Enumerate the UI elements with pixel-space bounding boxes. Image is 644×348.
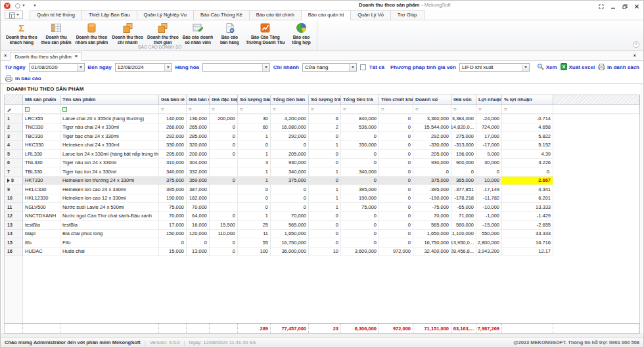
cell[interactable]: -313,000 [451,141,476,150]
cell[interactable]: LRC355 [23,114,60,123]
table-row[interactable]: 4HKC330Heineken chai 24 x 330ml330,00032… [5,141,553,150]
table-row[interactable]: 9HKLC330Heineken lon cao 24 x 330ml395,0… [5,185,553,194]
cell[interactable]: 0 [271,203,309,212]
cell[interactable] [210,159,238,168]
cell[interactable]: 375,000 [159,177,187,186]
column-header-2[interactable]: Tên sản phẩm [60,95,159,105]
ribbon-button-6[interactable]: Báo cáo doanhsố nhân viên [181,20,216,45]
cell[interactable]: 75,000 [341,203,379,212]
table-row[interactable]: 6TNL330Tiger nâu lon 24 x 330ml310,00030… [5,159,553,168]
cell[interactable]: 536,000 [341,123,379,133]
cell[interactable]: 840,000 [341,114,379,123]
cell[interactable]: -330,000 [413,141,451,150]
cell[interactable]: biapl [23,230,60,239]
cell[interactable]: 369,000 [187,177,210,186]
cell[interactable]: 3,943,200 [476,248,502,257]
cell[interactable]: 0 [210,123,238,133]
chevron-down-icon[interactable] [522,64,529,71]
cell[interactable]: Heineken lon cao 24 x 330ml [60,185,159,194]
cell[interactable]: -10,000 [476,203,502,212]
cell[interactable]: 395,000 [341,185,379,194]
cell[interactable]: 136,000 [187,114,210,123]
cell[interactable]: 550,000 [476,230,502,239]
cell[interactable]: 16,750,000 [413,238,451,248]
cell[interactable]: -24,000 [476,114,502,123]
cell[interactable]: 310,000 [159,159,187,168]
cell[interactable]: 0 [379,238,413,248]
chevron-down-icon[interactable] [349,64,356,71]
cell[interactable]: 320,000 [187,141,210,150]
ribbon-button-7[interactable]: Báo cáobán hàng [215,20,244,45]
column-header-3[interactable]: Giá bán lẻ [159,95,187,105]
cell[interactable]: -15,000 [476,221,502,230]
cell[interactable]: 10 [309,248,341,257]
cell[interactable] [210,167,238,177]
cell[interactable]: 15,000 [159,248,187,257]
ribbon-tab-3[interactable]: Quản Lý Nghiệp Vụ [137,10,194,20]
cell[interactable]: 70,000 [271,212,309,221]
cell[interactable]: 9,000 [476,150,502,159]
cell[interactable]: 0 [379,141,413,150]
filter-cell-2[interactable] [60,105,159,114]
cell[interactable]: 32,400,000 [413,248,451,257]
cell[interactable]: 100 [238,248,271,257]
cell[interactable]: 0 [309,221,341,230]
cell[interactable]: Larue lon 24 x 330ml (hàng bật nắp trúng… [60,150,159,159]
cell[interactable]: 0 [341,212,379,221]
cell[interactable]: -1,000 [476,212,502,221]
cell[interactable]: 2.667 [502,177,553,186]
ribbon-button-1[interactable]: ΣDoanh thu theokhách hàng [4,20,39,45]
cell[interactable]: 0 [341,177,379,186]
column-header-12[interactable]: Giá vốn [451,95,476,105]
cell[interactable]: 16,000 [187,221,210,230]
filter-cell-6[interactable]: = [238,105,271,114]
cell[interactable]: 2,800,000 [476,238,502,248]
cell[interactable]: 70,000 [413,212,451,221]
cell[interactable]: 0 [271,185,309,194]
cell[interactable]: 724,000 [476,123,502,133]
cell[interactable]: -65,000 [451,203,476,212]
column-header-8[interactable]: Số lượng trả [309,95,341,105]
ribbon-button-4[interactable]: Doanh thu theochi nhánh [110,20,145,45]
cell[interactable]: 33.333 [502,230,553,239]
cell[interactable]: -395,000 [413,185,451,194]
cell[interactable]: 0 [341,221,379,230]
column-header-13[interactable]: Lợi nhuận [476,95,502,105]
cell[interactable]: 60 [238,123,271,133]
cell[interactable]: 3,600,000 [341,248,379,257]
cost-method-select[interactable]: LIFO khi xuất [459,63,530,72]
column-header-1[interactable]: Mã sản phẩm [23,95,60,105]
print-list-button[interactable]: In danh sách [598,64,639,72]
column-header-5[interactable]: Giá đặc biệt [210,95,238,105]
table-row[interactable]: 8HKT330Heineken lon thường 24 x 330ml375… [5,177,553,186]
cell[interactable]: 0 [238,185,271,194]
cell[interactable]: 1 [309,141,341,150]
cell[interactable]: 120,000 [187,230,210,239]
cell[interactable]: 30,000 [476,159,502,168]
chevron-down-icon[interactable] [164,64,172,71]
from-date-select[interactable]: 01/08/2020 [29,63,85,72]
cell[interactable]: -377,851 [451,185,476,194]
cell[interactable]: LRL330 [23,150,60,159]
cell[interactable]: 16.716 [502,238,553,248]
cell[interactable]: 28,456,8... [451,248,476,257]
cell[interactable]: 0 [341,150,379,159]
cell[interactable]: 1,650,000 [271,230,309,239]
filter-cell-3[interactable]: = [159,105,187,114]
cell[interactable]: 182,000 [187,194,210,204]
column-header-10[interactable]: Tiền chiết khấu [379,95,413,105]
cell[interactable]: Heineken lon thường 24 x 330ml [60,177,159,186]
cell[interactable]: 16,080,000 [271,123,309,133]
cell[interactable]: 0 [413,167,451,177]
cell[interactable]: 13,950,0... [451,238,476,248]
cell[interactable]: 0 [309,212,341,221]
cell[interactable]: 4,200,000 [271,114,309,123]
cell[interactable]: 0 [379,185,413,194]
cell[interactable]: 1,100,000 [451,230,476,239]
cell[interactable]: 292,000 [413,132,451,141]
table-row[interactable]: 11NSLV500Nước suối Lavie 24 x 500ml75,00… [5,203,553,212]
minimize-button[interactable] [610,3,616,9]
cell[interactable]: 0 [210,177,238,186]
cell[interactable]: 3,384,000 [451,114,476,123]
filter-cell-12[interactable]: = [451,105,476,114]
